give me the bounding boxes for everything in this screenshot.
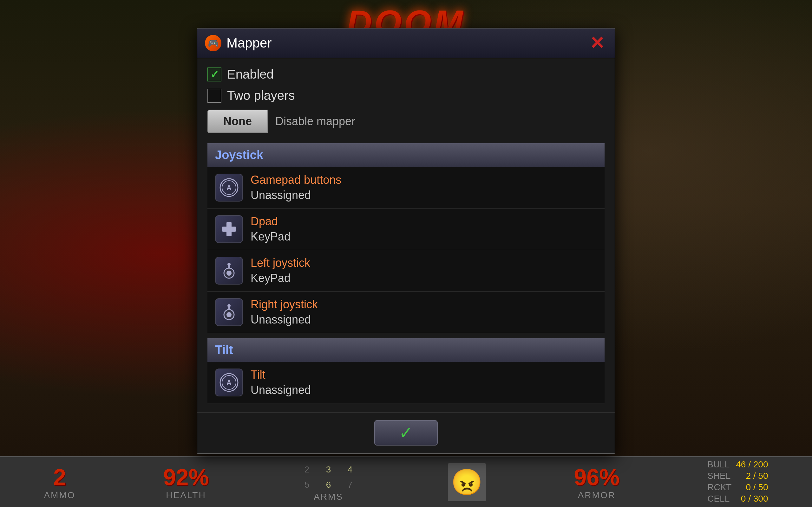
right-joystick-content: Right joystick Unassigned xyxy=(251,298,597,326)
dpad-value: KeyPad xyxy=(251,230,597,243)
tilt-section-header: Tilt xyxy=(207,338,605,362)
dpad-icon xyxy=(219,220,239,239)
gamepad-buttons-content: Gamepad buttons Unassigned xyxy=(251,173,597,202)
right-joystick-icon-container xyxy=(215,298,243,326)
tilt-value: Unassigned xyxy=(251,383,597,397)
dpad-title: Dpad xyxy=(251,215,597,228)
dialog-body: ✓ Enabled Two players None Disable mappe… xyxy=(197,58,615,412)
left-joystick-icon xyxy=(219,261,239,280)
none-button[interactable]: None xyxy=(207,110,268,133)
left-joystick-item[interactable]: Left joystick KeyPad xyxy=(207,250,605,291)
right-joystick-title: Right joystick xyxy=(251,298,597,311)
confirm-check-icon: ✓ xyxy=(399,424,413,442)
confirm-button[interactable]: ✓ xyxy=(374,420,438,446)
tilt-icon-container: A xyxy=(215,369,243,396)
dialog-titlebar: 🎮 Mapper ✕ xyxy=(197,29,615,58)
two-players-label: Two players xyxy=(227,89,295,103)
left-joystick-title: Left joystick xyxy=(251,257,597,270)
left-joystick-value: KeyPad xyxy=(251,272,597,285)
preset-buttons: None Disable mapper xyxy=(207,110,605,133)
dpad-item[interactable]: Dpad KeyPad xyxy=(207,209,605,250)
close-button[interactable]: ✕ xyxy=(587,34,607,52)
confirm-area: ✓ xyxy=(197,412,615,453)
svg-point-9 xyxy=(227,263,231,266)
left-joystick-content: Left joystick KeyPad xyxy=(251,257,597,285)
two-players-checkbox[interactable] xyxy=(207,89,221,103)
tilt-item[interactable]: A Tilt Unassigned xyxy=(207,362,605,403)
enabled-row: ✓ Enabled xyxy=(207,67,605,81)
disable-mapper-button[interactable]: Disable mapper xyxy=(268,110,363,133)
tilt-content: Tilt Unassigned xyxy=(251,368,597,397)
right-joystick-value: Unassigned xyxy=(251,313,597,326)
dpad-icon-container xyxy=(215,215,243,243)
gamepad-buttons-title: Gamepad buttons xyxy=(251,173,597,187)
left-joystick-icon-container xyxy=(215,257,243,285)
svg-point-7 xyxy=(226,271,232,276)
gamepad-buttons-icon: A xyxy=(215,174,243,202)
joystick-section-label: Joystick xyxy=(215,148,263,162)
mapper-dialog: 🎮 Mapper ✕ ✓ Enabled Two players None Di… xyxy=(197,28,615,454)
checkmark-icon: ✓ xyxy=(210,68,219,80)
right-joystick-item[interactable]: Right joystick Unassigned xyxy=(207,291,605,333)
joystick-section-header: Joystick xyxy=(207,143,605,167)
tilt-section-label: Tilt xyxy=(215,343,233,356)
right-joystick-icon xyxy=(219,302,239,322)
gamepad-icon: A xyxy=(219,178,239,197)
gamepad-buttons-item[interactable]: A Gamepad buttons Unassigned xyxy=(207,167,605,209)
enabled-label: Enabled xyxy=(227,67,274,81)
tilt-title: Tilt xyxy=(251,368,597,382)
dpad-content: Dpad KeyPad xyxy=(251,215,597,243)
svg-point-11 xyxy=(226,312,232,317)
dialog-title: Mapper xyxy=(226,36,582,51)
svg-text:A: A xyxy=(226,379,232,387)
svg-point-13 xyxy=(227,304,231,307)
dialog-overlay: 🎮 Mapper ✕ ✓ Enabled Two players None Di… xyxy=(0,0,812,507)
dialog-app-icon: 🎮 xyxy=(205,35,221,51)
tilt-icon: A xyxy=(219,373,239,392)
gamepad-buttons-value: Unassigned xyxy=(251,188,597,202)
svg-text:A: A xyxy=(226,184,232,192)
two-players-row: Two players xyxy=(207,89,605,103)
enabled-checkbox[interactable]: ✓ xyxy=(207,67,221,81)
svg-rect-5 xyxy=(226,222,232,236)
